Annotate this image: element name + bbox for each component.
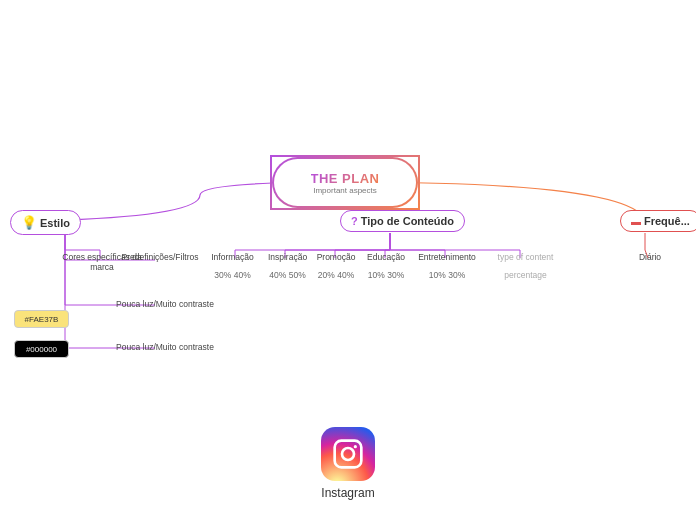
pct-educacao: 10% 30%	[360, 270, 412, 280]
instagram-section: Instagram	[321, 427, 375, 500]
pct-promocao: 20% 40%	[310, 270, 362, 280]
instagram-svg	[332, 438, 364, 470]
tipo-label: Tipo de Conteúdo	[361, 215, 454, 227]
leaf-pouca1: Pouca luz/Muito contraste	[115, 299, 215, 309]
pct-informacao: 30% 40%	[205, 270, 260, 280]
leaf-predef: Predefinições/Filtros	[115, 252, 205, 262]
svg-point-2	[342, 448, 354, 460]
instagram-icon	[321, 427, 375, 481]
leaf-educacao: Educação	[360, 252, 412, 262]
question-icon: ?	[351, 215, 358, 227]
leaf-pouca2: Pouca luz/Muito contraste	[115, 342, 215, 352]
pct-entretenimento: 10% 30%	[413, 270, 481, 280]
estilo-label: Estilo	[40, 217, 70, 229]
leaf-informacao: Informação	[205, 252, 260, 262]
leaf-inspiracao: Inspiração	[260, 252, 315, 262]
central-subtitle: Important aspects	[313, 186, 377, 195]
leaf-type-of-content: type of content	[493, 252, 558, 262]
leaf-promocao: Promoção	[310, 252, 362, 262]
swatch-orange: #FAE37B	[14, 310, 69, 328]
branch-tipo: ? Tipo de Conteúdo	[340, 210, 465, 232]
branch-freq: ▬ Frequê...	[620, 210, 696, 232]
instagram-label: Instagram	[321, 486, 374, 500]
leaf-diario: Diário	[630, 252, 670, 262]
branch-estilo: 💡 Estilo	[10, 210, 81, 235]
swatch-black: #000000	[14, 340, 69, 358]
svg-point-3	[354, 445, 357, 448]
freq-label: Frequê...	[644, 215, 690, 227]
leaf-entretenimento: Entretenimento	[413, 252, 481, 262]
bulb-icon: 💡	[21, 215, 37, 230]
pct-type: percentage	[493, 270, 558, 280]
central-title: THE PLAN	[311, 171, 380, 186]
svg-rect-1	[335, 441, 362, 468]
central-node: THE PLAN Important aspects	[270, 155, 420, 210]
pct-inspiracao: 40% 50%	[260, 270, 315, 280]
bar-icon: ▬	[631, 216, 641, 227]
